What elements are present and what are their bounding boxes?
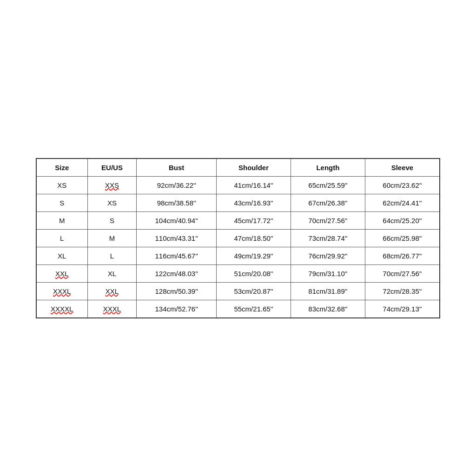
cell-size: M [36, 212, 87, 229]
col-header-size: Size [36, 159, 87, 177]
cell-bust: 92cm/36.22'' [137, 176, 217, 194]
cell-bust: 116cm/45.67'' [137, 247, 217, 264]
cell-eu-us: XXS [87, 176, 137, 194]
cell-eu-us: L [87, 247, 137, 264]
table-row: XXXLXXL128cm/50.39''53cm/20.87''81cm/31.… [36, 282, 440, 300]
cell-shoulder: 53cm/20.87'' [217, 282, 291, 300]
cell-length: 73cm/28.74'' [291, 229, 365, 247]
cell-sleeve: 66cm/25.98'' [365, 229, 440, 247]
cell-bust: 104cm/40.94'' [137, 212, 217, 229]
table-header-row: Size EU/US Bust Shoulder Length Sleeve [36, 159, 440, 177]
cell-shoulder: 55cm/21.65'' [217, 300, 291, 318]
col-header-bust: Bust [137, 159, 217, 177]
cell-length: 65cm/25.59'' [291, 176, 365, 194]
cell-sleeve: 70cm/27.56'' [365, 264, 440, 282]
table-row: SXS98cm/38.58''43cm/16.93''67cm/26.38''6… [36, 194, 440, 212]
cell-shoulder: 51cm/20.08'' [217, 264, 291, 282]
table-row: XXLXL122cm/48.03''51cm/20.08''79cm/31.10… [36, 264, 440, 282]
table-row: LM110cm/43.31''47cm/18.50''73cm/28.74''6… [36, 229, 440, 247]
cell-length: 67cm/26.38'' [291, 194, 365, 212]
cell-length: 79cm/31.10'' [291, 264, 365, 282]
cell-shoulder: 41cm/16.14'' [217, 176, 291, 194]
size-chart-container: Size EU/US Bust Shoulder Length Sleeve X… [36, 158, 440, 318]
cell-sleeve: 68cm/26.77'' [365, 247, 440, 264]
cell-length: 83cm/32.68'' [291, 300, 365, 318]
cell-bust: 110cm/43.31'' [137, 229, 217, 247]
cell-size: XXXXL [36, 300, 87, 318]
col-header-shoulder: Shoulder [217, 159, 291, 177]
cell-shoulder: 47cm/18.50'' [217, 229, 291, 247]
cell-eu-us: S [87, 212, 137, 229]
cell-sleeve: 60cm/23.62'' [365, 176, 440, 194]
cell-size: XXL [36, 264, 87, 282]
cell-bust: 98cm/38.58'' [137, 194, 217, 212]
cell-eu-us: XS [87, 194, 137, 212]
cell-bust: 128cm/50.39'' [137, 282, 217, 300]
col-header-length: Length [291, 159, 365, 177]
size-chart-table: Size EU/US Bust Shoulder Length Sleeve X… [36, 158, 440, 318]
table-row: XXXXLXXXL134cm/52.76''55cm/21.65''83cm/3… [36, 300, 440, 318]
cell-length: 81cm/31.89'' [291, 282, 365, 300]
cell-bust: 122cm/48.03'' [137, 264, 217, 282]
cell-size: S [36, 194, 87, 212]
cell-size: XS [36, 176, 87, 194]
table-row: MS104cm/40.94''45cm/17.72''70cm/27.56''6… [36, 212, 440, 229]
cell-length: 70cm/27.56'' [291, 212, 365, 229]
cell-eu-us: M [87, 229, 137, 247]
cell-sleeve: 74cm/29.13'' [365, 300, 440, 318]
cell-length: 76cm/29.92'' [291, 247, 365, 264]
cell-shoulder: 49cm/19.29'' [217, 247, 291, 264]
col-header-sleeve: Sleeve [365, 159, 440, 177]
cell-shoulder: 43cm/16.93'' [217, 194, 291, 212]
cell-sleeve: 64cm/25.20'' [365, 212, 440, 229]
cell-bust: 134cm/52.76'' [137, 300, 217, 318]
cell-shoulder: 45cm/17.72'' [217, 212, 291, 229]
cell-sleeve: 72cm/28.35'' [365, 282, 440, 300]
cell-sleeve: 62cm/24.41'' [365, 194, 440, 212]
cell-size: XXXL [36, 282, 87, 300]
col-header-eu-us: EU/US [87, 159, 137, 177]
cell-eu-us: XL [87, 264, 137, 282]
table-row: XSXXS92cm/36.22''41cm/16.14''65cm/25.59'… [36, 176, 440, 194]
cell-eu-us: XXXL [87, 300, 137, 318]
cell-size: XL [36, 247, 87, 264]
table-row: XLL116cm/45.67''49cm/19.29''76cm/29.92''… [36, 247, 440, 264]
cell-size: L [36, 229, 87, 247]
cell-eu-us: XXL [87, 282, 137, 300]
